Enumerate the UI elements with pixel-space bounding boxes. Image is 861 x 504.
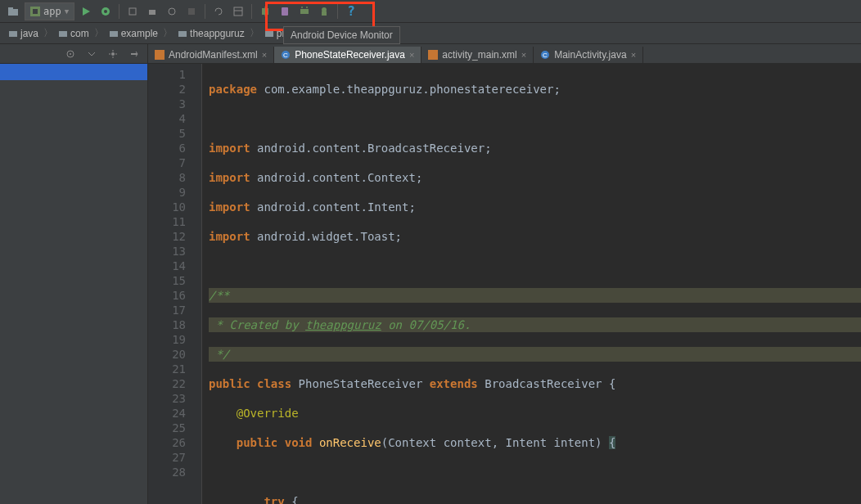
close-icon[interactable]: × xyxy=(409,50,414,60)
code-editor[interactable]: 1234567891011121314151617181920212223242… xyxy=(148,64,861,504)
svg-rect-8 xyxy=(149,10,156,15)
coverage-icon[interactable] xyxy=(144,3,160,20)
chevron-right-icon: 〉 xyxy=(163,26,173,40)
svg-rect-32 xyxy=(428,50,438,60)
editor-pane: AndroidManifest.xml × C PhoneStateReceiv… xyxy=(148,44,861,504)
tooltip-android-device-monitor: Android Device Monitor xyxy=(283,26,400,44)
svg-rect-22 xyxy=(110,31,118,37)
svg-rect-7 xyxy=(129,8,136,15)
svg-rect-1 xyxy=(8,7,13,10)
settings-gear-icon[interactable] xyxy=(105,46,121,62)
close-icon[interactable]: × xyxy=(262,50,267,60)
android-device-monitor-icon[interactable] xyxy=(316,3,332,20)
svg-text:C: C xyxy=(543,52,548,59)
help-icon[interactable]: ? xyxy=(343,3,359,20)
android-monitor-icon[interactable] xyxy=(296,3,313,20)
run-icon[interactable] xyxy=(78,3,94,20)
fold-gutter[interactable] xyxy=(192,64,202,504)
svg-text:C: C xyxy=(283,52,288,59)
svg-point-26 xyxy=(70,53,71,55)
close-icon[interactable]: × xyxy=(631,50,636,60)
xml-file-icon xyxy=(155,50,165,60)
svg-point-16 xyxy=(301,7,303,8)
svg-point-27 xyxy=(111,52,115,56)
svg-rect-28 xyxy=(131,53,137,55)
chevron-right-icon: 〉 xyxy=(43,26,53,40)
svg-rect-10 xyxy=(188,8,195,15)
class-file-icon: C xyxy=(540,50,550,60)
project-tree-selection[interactable] xyxy=(0,64,147,80)
line-number-gutter: 1234567891011121314151617181920212223242… xyxy=(148,64,192,504)
crumb-theappguruz[interactable]: theappguruz xyxy=(174,27,248,40)
chevron-right-icon: 〉 xyxy=(94,26,104,40)
svg-rect-14 xyxy=(282,7,288,16)
collapse-all-icon[interactable] xyxy=(83,46,100,62)
svg-rect-11 xyxy=(234,7,242,16)
separator xyxy=(119,4,119,19)
svg-marker-4 xyxy=(83,7,90,16)
svg-rect-20 xyxy=(9,31,17,37)
open-project-icon[interactable] xyxy=(5,3,21,20)
tab-activity-main[interactable]: activity_main.xml × xyxy=(421,47,534,63)
run-config-selector[interactable]: app ▼ xyxy=(25,2,74,20)
svg-point-17 xyxy=(306,7,308,8)
code-content[interactable]: package com.example.theappguruz.phonesta… xyxy=(202,64,861,504)
sidebar-toolbar xyxy=(0,44,147,64)
crumb-example[interactable]: example xyxy=(106,27,161,40)
stop-icon[interactable] xyxy=(183,3,200,20)
separator xyxy=(337,4,338,19)
project-sidebar xyxy=(0,44,148,504)
svg-rect-3 xyxy=(33,9,38,14)
tab-mainactivity[interactable]: C MainActivity.java × xyxy=(534,47,643,63)
tab-label: activity_main.xml xyxy=(442,49,516,61)
crumb-java[interactable]: java xyxy=(5,27,42,40)
scroll-from-source-icon[interactable] xyxy=(62,46,79,62)
chevron-down-icon: ▼ xyxy=(65,7,69,16)
svg-rect-29 xyxy=(155,50,165,60)
svg-point-6 xyxy=(104,10,107,13)
project-structure-icon[interactable] xyxy=(230,3,246,20)
svg-rect-15 xyxy=(300,9,309,14)
profile-icon[interactable] xyxy=(164,3,180,20)
debug-icon[interactable] xyxy=(97,3,114,20)
run-config-label: app xyxy=(43,6,61,17)
close-icon[interactable]: × xyxy=(521,50,526,60)
chevron-right-icon: 〉 xyxy=(250,26,259,40)
tab-label: AndroidManifest.xml xyxy=(169,49,258,61)
svg-point-9 xyxy=(169,8,175,15)
navigation-breadcrumb: java 〉 com 〉 example 〉 theappguruz 〉 pho… xyxy=(0,23,861,44)
separator xyxy=(251,4,252,19)
tab-label: PhoneStateReceiver.java xyxy=(295,49,405,61)
separator xyxy=(205,4,205,19)
tab-label: MainActivity.java xyxy=(554,49,626,61)
svg-rect-24 xyxy=(265,31,273,37)
svg-rect-23 xyxy=(178,31,187,37)
svg-rect-21 xyxy=(59,31,67,37)
avd-manager-icon[interactable] xyxy=(277,3,293,20)
svg-rect-13 xyxy=(262,8,268,15)
class-file-icon: C xyxy=(281,50,291,60)
tab-phonestatereceiver[interactable]: C PhoneStateReceiver.java × xyxy=(274,47,421,63)
svg-rect-19 xyxy=(322,11,327,16)
hide-icon[interactable] xyxy=(126,46,142,62)
tab-android-manifest[interactable]: AndroidManifest.xml × xyxy=(148,47,274,63)
xml-file-icon xyxy=(428,50,438,60)
main-toolbar: app ▼ ? xyxy=(0,0,861,23)
editor-tabs: AndroidManifest.xml × C PhoneStateReceiv… xyxy=(148,44,861,64)
attach-debugger-icon[interactable] xyxy=(124,3,141,20)
sdk-manager-icon[interactable] xyxy=(257,3,273,20)
crumb-com[interactable]: com xyxy=(55,27,92,40)
sync-gradle-icon[interactable] xyxy=(210,3,227,20)
svg-rect-0 xyxy=(8,9,18,16)
